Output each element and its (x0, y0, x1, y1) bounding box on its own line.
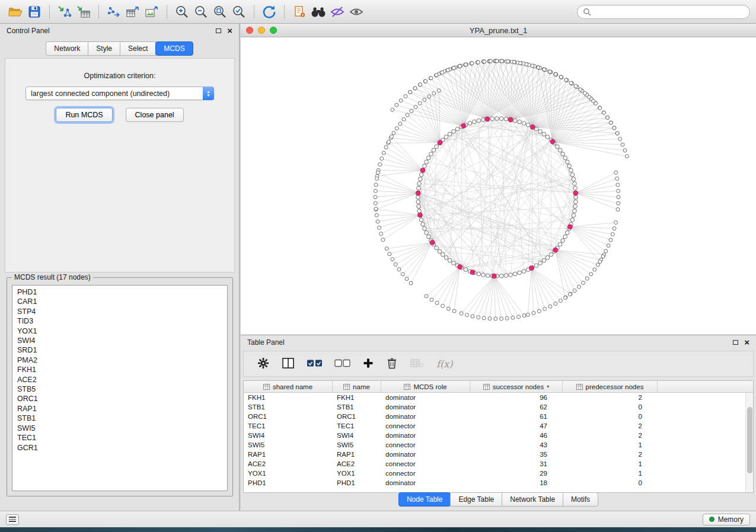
add-row-icon (362, 357, 374, 369)
maximize-window-icon[interactable] (270, 27, 277, 34)
show-panels-button[interactable] (347, 2, 366, 21)
mcds-result-item[interactable]: ORC1 (12, 394, 227, 403)
mcds-result-item[interactable]: SWI4 (12, 336, 227, 345)
table-row[interactable]: ORC1ORC1dominator610 (244, 412, 753, 421)
mcds-result-list[interactable]: PHD1CAR1STP4TID3YOX1SWI4SRD1PMA2FKH1ACE2… (12, 285, 228, 491)
export-image-button[interactable] (142, 2, 161, 21)
tab-network[interactable]: Network (46, 41, 88, 56)
table-row[interactable]: SWI5SWI5connector431 (244, 440, 753, 450)
mcds-result-item[interactable]: YOX1 (12, 326, 227, 336)
table-select-all-button[interactable] (307, 358, 323, 370)
table-row[interactable]: STB1STB1dominator620 (244, 402, 753, 412)
mcds-result-item[interactable]: STB1 (12, 414, 227, 423)
column-header-shared-name[interactable]: shared name (244, 381, 333, 392)
tab-network-table[interactable]: Network Table (502, 492, 563, 507)
mcds-result-item[interactable]: ACE2 (12, 375, 227, 384)
table-row[interactable]: FKH1FKH1dominator962 (244, 393, 753, 402)
table-cell: ORC1 (333, 413, 381, 420)
network-canvas[interactable] (241, 37, 756, 334)
mcds-result-item[interactable]: SWI5 (12, 424, 227, 433)
export-table-button[interactable] (123, 2, 142, 21)
save-session-button[interactable] (25, 2, 44, 21)
mcds-result-item[interactable]: GCR1 (12, 443, 227, 453)
tab-select[interactable]: Select (120, 41, 156, 56)
table-table-settings-button[interactable] (257, 357, 270, 371)
minimize-window-icon[interactable] (258, 27, 265, 34)
search-input[interactable] (595, 8, 744, 16)
close-panel-icon[interactable]: × (227, 27, 232, 34)
zoom-in-button[interactable] (173, 2, 192, 21)
mcds-result-item[interactable]: TEC1 (12, 433, 227, 443)
panel-toggle-button[interactable] (6, 514, 19, 525)
refresh-layout-button[interactable] (260, 2, 279, 21)
table-cell: connector (381, 460, 470, 467)
run-mcds-button[interactable]: Run MCDS (56, 108, 112, 122)
table-cell: connector (381, 441, 470, 448)
open-file-button[interactable] (6, 2, 25, 21)
table-scrollbar[interactable] (745, 393, 753, 492)
table-row[interactable]: PHD1PHD1dominator180 (244, 478, 753, 488)
clone-network-button[interactable] (290, 2, 309, 21)
float-table-panel-icon[interactable] (733, 340, 738, 345)
import-table-icon (76, 5, 91, 19)
close-mcds-panel-button[interactable]: Close panel (126, 108, 184, 122)
close-table-panel-icon[interactable]: × (744, 339, 749, 346)
table-cell: 0 (563, 403, 658, 411)
table-row[interactable]: ACE2ACE2connector311 (244, 459, 753, 469)
table-row[interactable]: TEC1TEC1connector472 (244, 421, 753, 431)
table-import-table-disabled-button[interactable] (410, 358, 425, 370)
mcds-result-item[interactable]: STB5 (12, 384, 227, 394)
tab-edge-table[interactable]: Edge Table (450, 492, 502, 507)
clone-network-icon (292, 5, 307, 19)
table-delete-rows-button[interactable] (386, 357, 398, 371)
tab-mcds[interactable]: MCDS (155, 41, 193, 56)
table-cell: 2 (563, 422, 658, 430)
export-network-button[interactable] (104, 2, 123, 21)
import-table-button[interactable] (74, 2, 93, 21)
table-panel-title: Table Panel (247, 338, 285, 347)
table-cell: SWI4 (333, 432, 381, 439)
mcds-result-item[interactable]: PHD1 (12, 287, 227, 297)
mcds-result-item[interactable]: RAP1 (12, 404, 227, 414)
table-cell: ACE2 (244, 460, 333, 467)
tab-style[interactable]: Style (88, 41, 120, 56)
table-deselect-all-button[interactable] (334, 358, 350, 370)
function-builder-button[interactable]: f(x) (436, 358, 452, 370)
mcds-result-item[interactable]: CAR1 (12, 297, 227, 306)
column-header-predecessor-nodes[interactable]: predecessor nodes (563, 381, 658, 392)
column-header-successor-nodes[interactable]: successor nodes▾ (470, 381, 563, 392)
show-panels-icon (349, 5, 364, 19)
zoom-fit-button[interactable] (210, 2, 229, 21)
mcds-result-item[interactable]: TID3 (12, 316, 227, 326)
scrollbar-thumb[interactable] (747, 407, 752, 473)
zoom-out-button[interactable] (192, 2, 210, 21)
mcds-result-item[interactable]: SRD1 (12, 345, 227, 355)
mcds-result-item[interactable]: STP4 (12, 307, 227, 316)
network-window-titlebar[interactable]: YPA_prune.txt_1 (241, 24, 756, 37)
hide-panels-button[interactable] (328, 2, 347, 21)
table-cell: FKH1 (333, 394, 381, 401)
zoom-selected-button[interactable] (229, 2, 248, 21)
memory-button[interactable]: Memory (703, 514, 750, 525)
optimization-criterion-dropdown[interactable]: largest connected component (undirected)… (25, 86, 214, 100)
float-panel-icon[interactable] (216, 28, 221, 33)
search-box[interactable] (577, 5, 750, 19)
find-button[interactable] (309, 2, 328, 21)
column-header-MCDS-role[interactable]: MCDS role (381, 381, 470, 392)
table-row[interactable]: YOX1YOX1connector291 (244, 469, 753, 478)
tab-motifs[interactable]: Motifs (563, 492, 598, 507)
table-cell: 43 (470, 441, 563, 448)
mcds-result-item[interactable]: FKH1 (12, 365, 227, 374)
table-row[interactable]: RAP1RAP1dominator352 (244, 450, 753, 459)
table-add-row-button[interactable] (362, 357, 374, 371)
close-window-icon[interactable] (246, 27, 253, 34)
table-tabs: Node TableEdge TableNetwork TableMotifs (241, 492, 756, 507)
tab-node-table[interactable]: Node Table (398, 492, 451, 507)
mcds-result-item[interactable]: PMA2 (12, 355, 227, 365)
table-show-columns-button[interactable] (282, 357, 295, 371)
column-header-name[interactable]: name (333, 381, 381, 392)
import-network-button[interactable] (55, 2, 74, 21)
main-toolbar (0, 0, 756, 24)
table-row[interactable]: SWI4SWI4dominator462 (244, 431, 753, 440)
table-cell: 61 (470, 413, 563, 420)
